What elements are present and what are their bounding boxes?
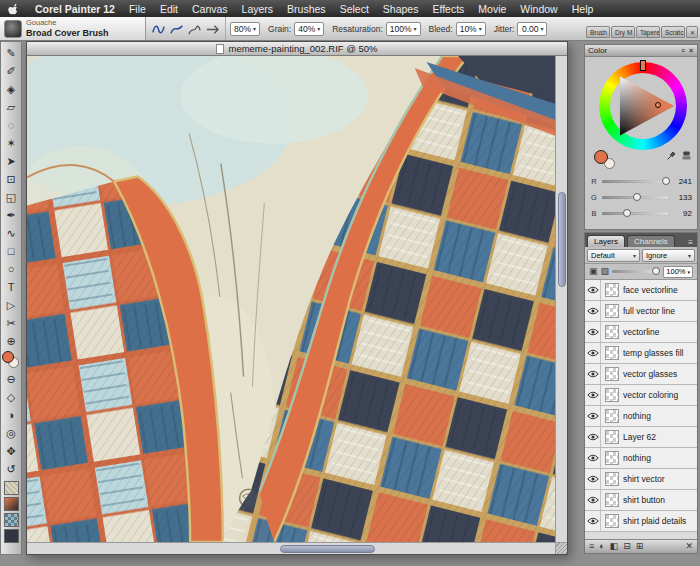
paint-bucket-tool[interactable]: ◈ bbox=[1, 80, 21, 98]
slider-track[interactable] bbox=[602, 196, 670, 199]
panel-menu-icon[interactable]: ≡ bbox=[589, 542, 594, 551]
preserve-transparency-icon[interactable]: ▣ bbox=[589, 267, 598, 276]
canvas[interactable] bbox=[27, 56, 555, 542]
composite-depth-dropdown[interactable]: Ignore ▾ bbox=[642, 249, 695, 262]
layer-row[interactable]: temp glasses fill bbox=[585, 343, 697, 364]
text-tool[interactable]: T bbox=[1, 278, 21, 296]
hue-marker[interactable] bbox=[640, 60, 646, 71]
transform-tool[interactable]: ⊡ bbox=[1, 170, 21, 188]
dropper-tool[interactable]: ✐ bbox=[1, 62, 21, 80]
pickup-underlying-icon[interactable]: ▨ bbox=[601, 267, 610, 276]
visibility-eye-icon[interactable] bbox=[585, 385, 601, 405]
panel-options-icon[interactable]: ≡ bbox=[681, 47, 685, 54]
scissors-tool[interactable]: ✂ bbox=[1, 314, 21, 332]
dock-tab[interactable]: Dry M bbox=[611, 26, 635, 38]
clone-color-icon[interactable] bbox=[681, 147, 692, 165]
quick-curve-tool[interactable]: ∿ bbox=[1, 224, 21, 242]
layer-row[interactable]: shirt button bbox=[585, 490, 697, 511]
composite-method-dropdown[interactable]: Default ▾ bbox=[587, 249, 640, 262]
brush-tool[interactable]: ✎ bbox=[1, 44, 21, 62]
layer-row[interactable]: nothing bbox=[585, 406, 697, 427]
slider-thumb[interactable] bbox=[623, 209, 631, 217]
visibility-eye-icon[interactable] bbox=[585, 364, 601, 384]
menu-layers[interactable]: Layers bbox=[235, 3, 281, 15]
visibility-eye-icon[interactable] bbox=[585, 427, 601, 447]
tab-channels[interactable]: Channels bbox=[627, 235, 675, 247]
dock-tab[interactable]: Brush bbox=[586, 26, 610, 38]
main-color-swatch[interactable] bbox=[594, 150, 608, 164]
menu-canvas[interactable]: Canvas bbox=[185, 3, 235, 15]
layers-options-icon[interactable]: ≡ bbox=[688, 238, 695, 247]
app-menu[interactable]: Corel Painter 12 bbox=[28, 3, 122, 15]
visibility-eye-icon[interactable] bbox=[585, 406, 601, 426]
property-value-dropdown[interactable]: 10%▾ bbox=[456, 22, 486, 36]
gradient-selector[interactable] bbox=[4, 497, 19, 511]
menu-help[interactable]: Help bbox=[565, 3, 601, 15]
brush-selector[interactable]: Gouache Broad Cover Brush bbox=[0, 17, 146, 40]
layer-row[interactable]: shirt plaid details bbox=[585, 511, 697, 532]
menu-select[interactable]: Select bbox=[333, 3, 376, 15]
stroke-style-icon-1[interactable] bbox=[151, 22, 166, 36]
visibility-eye-icon[interactable] bbox=[585, 280, 601, 300]
panel-close-icon[interactable]: ✕ bbox=[688, 47, 694, 55]
magic-wand-tool[interactable]: ✶ bbox=[1, 134, 21, 152]
pattern-selector[interactable] bbox=[4, 513, 19, 527]
dock-tab[interactable]: Scratc bbox=[661, 26, 685, 38]
layer-row[interactable]: vector coloring bbox=[585, 385, 697, 406]
layer-mask-icon[interactable]: ◧ bbox=[610, 542, 619, 551]
menu-file[interactable]: File bbox=[122, 3, 153, 15]
vertical-scroll-thumb[interactable] bbox=[558, 192, 566, 287]
layer-row[interactable]: vectorline bbox=[585, 322, 697, 343]
layer-row[interactable]: shirt vector bbox=[585, 469, 697, 490]
sv-cursor[interactable] bbox=[655, 102, 661, 108]
oval-shape-tool[interactable]: ○ bbox=[1, 260, 21, 278]
property-value-dropdown[interactable]: 100%▾ bbox=[386, 22, 421, 36]
visibility-eye-icon[interactable] bbox=[585, 469, 601, 489]
dock-close-icon[interactable]: ✕ bbox=[686, 26, 698, 38]
layer-row[interactable]: Layer 62 bbox=[585, 427, 697, 448]
apple-menu-icon[interactable] bbox=[8, 3, 20, 15]
grabber-hand-tool[interactable]: ✥ bbox=[1, 442, 21, 460]
layer-row[interactable]: full vector line bbox=[585, 301, 697, 322]
new-group-icon[interactable]: ⊟ bbox=[623, 542, 631, 551]
property-value-dropdown[interactable]: 0.00▾ bbox=[517, 22, 547, 36]
menu-window[interactable]: Window bbox=[513, 3, 564, 15]
resize-grip[interactable] bbox=[555, 542, 567, 554]
rotate-page-tool[interactable]: ↺ bbox=[1, 460, 21, 478]
slider-track[interactable] bbox=[602, 212, 670, 215]
paper-selector[interactable] bbox=[4, 481, 19, 495]
opacity-slider-thumb[interactable] bbox=[652, 267, 660, 275]
horizontal-scrollbar[interactable] bbox=[27, 542, 555, 554]
document-titlebar[interactable]: mememe-painting_002.RIF @ 50% bbox=[27, 42, 567, 56]
new-layer-icon[interactable]: ⊞ bbox=[636, 542, 644, 551]
layer-row[interactable]: vector glasses bbox=[585, 364, 697, 385]
menu-effects[interactable]: Effects bbox=[425, 3, 471, 15]
slider-track[interactable] bbox=[602, 180, 670, 183]
menu-movie[interactable]: Movie bbox=[471, 3, 513, 15]
visibility-eye-icon[interactable] bbox=[585, 322, 601, 342]
remove-point-tool[interactable]: ⊖ bbox=[1, 370, 21, 388]
visibility-eye-icon[interactable] bbox=[585, 448, 601, 468]
horizontal-scroll-thumb[interactable] bbox=[280, 545, 375, 553]
layer-adjuster-tool[interactable]: ➤ bbox=[1, 152, 21, 170]
stroke-style-icon-3[interactable] bbox=[187, 22, 202, 36]
color-panel-header[interactable]: Color ≡ ✕ bbox=[585, 45, 697, 57]
hue-ring[interactable] bbox=[599, 62, 687, 150]
eyedropper-icon[interactable] bbox=[666, 147, 677, 165]
slider-thumb[interactable] bbox=[633, 193, 641, 201]
dock-tab[interactable]: Tapere bbox=[636, 26, 660, 38]
delete-layer-icon[interactable]: ✕ bbox=[685, 542, 693, 551]
property-value-dropdown[interactable]: 40%▾ bbox=[294, 22, 324, 36]
mirror-painting-tool[interactable]: ◑ bbox=[1, 406, 21, 424]
visibility-eye-icon[interactable] bbox=[585, 343, 601, 363]
nozzle-selector[interactable] bbox=[4, 529, 19, 543]
convert-point-tool[interactable]: ◇ bbox=[1, 388, 21, 406]
crop-tool[interactable]: ◱ bbox=[1, 188, 21, 206]
lasso-tool[interactable]: ◌ bbox=[1, 116, 21, 134]
slider-thumb[interactable] bbox=[662, 177, 670, 185]
vertical-scrollbar[interactable] bbox=[555, 56, 567, 542]
stroke-style-icon-2[interactable] bbox=[169, 22, 184, 36]
menu-edit[interactable]: Edit bbox=[153, 3, 185, 15]
layer-row[interactable]: nothing bbox=[585, 448, 697, 469]
rect-shape-tool[interactable]: □ bbox=[1, 242, 21, 260]
